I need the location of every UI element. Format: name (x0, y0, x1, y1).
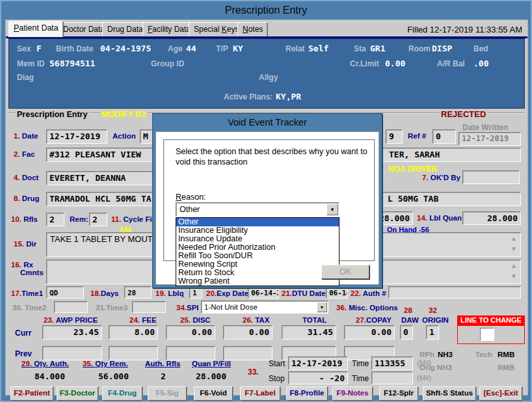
start-time-field[interactable]: 113355 (371, 356, 413, 370)
relat-value: Self (308, 44, 328, 53)
group-id-label: Group ID (151, 59, 184, 68)
f5-sig-button: F5-Sig (148, 386, 187, 401)
rx-cmnts-label: 16. RxCmnts (11, 261, 44, 276)
lblq-label: 19. Lblq (155, 289, 183, 297)
tab-patient-data[interactable]: Patient Data (8, 21, 64, 37)
exp-date-label: 20.Exp Date (206, 289, 248, 297)
date-written-field: 12-17-2019 (459, 132, 521, 146)
origin-field[interactable]: 1 (426, 325, 439, 340)
void-event-tracker-dialog: Void Event Tracker Select the option tha… (152, 113, 382, 288)
tab-drug-data[interactable]: Drug Data (102, 22, 148, 36)
auth-num-field[interactable] (388, 286, 521, 299)
prev-fee-field (109, 346, 158, 360)
prev-disc-field (166, 346, 215, 360)
stop-time-label: Time (352, 374, 369, 383)
tab-special-keys[interactable]: Special Keys (189, 22, 244, 36)
tab-notes[interactable]: Notes (237, 22, 268, 36)
rph-value: NH3 (438, 351, 453, 358)
curr-total-field: 31.45 (282, 325, 336, 340)
dropdown-option[interactable]: Wrong Patient (176, 277, 339, 286)
start-label: Start (269, 359, 285, 368)
line-to-change-label: LINE TO CHANGE (457, 315, 525, 325)
stop-time-field (371, 371, 413, 384)
sex-label: Sex (17, 44, 31, 53)
driver-warning: NOA DRIVER (388, 165, 437, 174)
tech-label: Tech (475, 351, 492, 358)
f3-doctor-button[interactable]: F3-Doctor (57, 386, 98, 401)
rem-field[interactable]: 2 (89, 213, 107, 226)
fac-label: 2. Fac (14, 150, 35, 158)
dir-label: 15. Dir (14, 240, 36, 248)
filled-timestamp: Filled 12-17-2019 11:33:55 AM (407, 25, 522, 34)
stop-label: Stop (269, 374, 285, 383)
dialog-body: Select the option that best describes wh… (155, 131, 379, 285)
curr-tax-field[interactable]: 0.00 (223, 325, 273, 340)
esc-exit-button[interactable]: [Esc]-Exit (479, 386, 522, 401)
sex-value: F (36, 44, 42, 53)
f2-patient-button[interactable]: F2-Patient (10, 386, 53, 401)
section-title: Prescription Entry (15, 110, 89, 119)
tp-value: KY (233, 44, 243, 53)
spi-dropdown[interactable]: 1-Not Unit Dose ▼ (201, 301, 328, 314)
relat-label: Relat (286, 44, 304, 53)
line-to-change-input[interactable] (480, 328, 494, 341)
spi-label: 34.SPI (176, 304, 199, 312)
awp-price-header: 23. AWP PRICE (44, 316, 98, 324)
time3-field (132, 301, 166, 313)
curr-disc-field[interactable]: 0.00 (166, 325, 215, 340)
scroll-up-icon[interactable]: ▲ (509, 263, 518, 269)
curr-copay-field[interactable]: 0.00 (344, 325, 395, 340)
curr-fee-field[interactable]: 8.00 (109, 325, 158, 340)
days-field[interactable]: 28 (124, 286, 152, 299)
mem-id-value: 568794511 (49, 59, 95, 68)
stop-date-field[interactable]: - -20 (288, 371, 348, 384)
ref-field[interactable]: 0 (432, 129, 456, 144)
f4-drug-button[interactable]: F4-Drug (102, 386, 142, 401)
curr-awp-field[interactable]: 23.45 (42, 325, 102, 340)
reason-combobox[interactable]: Other ▼ (176, 202, 339, 217)
scroll-down-icon[interactable]: ▼ (509, 246, 518, 252)
ref-label: Ref # (408, 132, 426, 140)
f8-profile-button[interactable]: F8-Profile (286, 386, 328, 401)
dialog-message: Select the option that best describes wh… (176, 146, 371, 167)
start-date-field[interactable]: 12-17-2019 (288, 356, 348, 370)
f6-void-button[interactable]: F6-Void (194, 386, 233, 401)
chevron-down-icon[interactable]: ▼ (317, 302, 327, 312)
shft-s-status-button[interactable]: Shft-S Status (423, 386, 476, 401)
scroll-up-icon[interactable]: ▲ (509, 235, 518, 241)
okd-by-field[interactable] (462, 170, 520, 184)
ok-button[interactable]: OK (321, 265, 369, 279)
dtu-date-label: 21.DTU Date (282, 289, 326, 297)
tp-label: T/P (216, 44, 228, 53)
qty-rem-label: 35. Qty Rem. (83, 360, 128, 368)
date-field[interactable]: 12-17-2019 (46, 129, 107, 144)
rx-number-fragment[interactable]: 9 (386, 129, 403, 144)
bed-label: Bed (473, 44, 488, 53)
lbl-quan-field[interactable]: 28.000 (462, 211, 521, 225)
cr-limit-value: 0.00 (385, 59, 405, 68)
chevron-down-icon[interactable]: ▼ (326, 204, 338, 215)
origin-field-number: 32 (429, 306, 437, 314)
scroll-down-icon[interactable]: ▼ (509, 273, 518, 279)
sta-label: Sta (354, 44, 366, 53)
time2-label: 30. Time2 (12, 304, 46, 312)
rph-label: RPh (419, 351, 434, 358)
prev-awp-field (42, 346, 102, 360)
time1-field[interactable]: QD (46, 286, 84, 299)
doct-field[interactable]: EVERETT, DEANNA (46, 171, 158, 185)
auth-rfls-value: 2 (161, 371, 166, 381)
drug-label: 8. Drug (14, 194, 40, 202)
daw-field[interactable]: 0 (400, 325, 413, 340)
prev-label: Prev (15, 349, 32, 358)
tab-facility-data[interactable]: Facility Data (142, 22, 196, 36)
diag-label: Diag (17, 73, 34, 82)
f9-notes-button[interactable]: F9-Notes (332, 386, 373, 401)
time1-label: 17.Time1 (11, 289, 43, 297)
rfls-field[interactable]: 2 (46, 213, 64, 226)
f12-splr-button[interactable]: F12-Splr (379, 386, 418, 401)
ar-bal-value: .00 (473, 59, 488, 68)
f7-label-button[interactable]: F7-Label (240, 386, 280, 401)
room-label: Room (408, 44, 431, 53)
fac-field[interactable]: #312 PLEASANT VIEW (46, 148, 158, 162)
drug-field[interactable]: TRAMADOL HCL 50MG TA (46, 192, 158, 206)
